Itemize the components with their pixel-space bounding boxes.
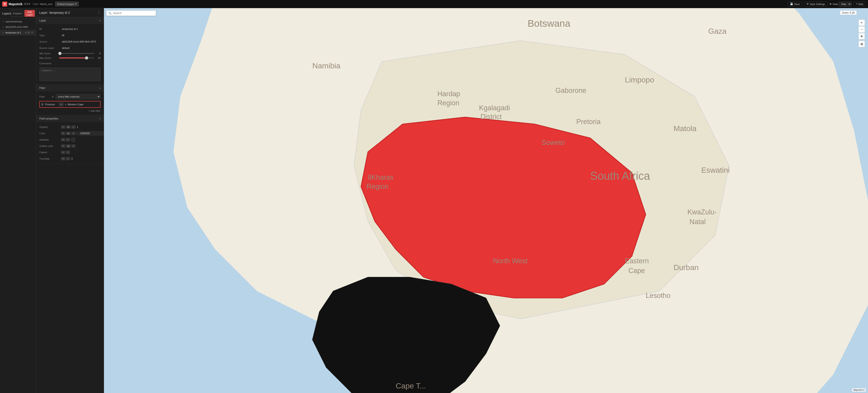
opacity-expr-button[interactable]: ▦ (66, 125, 71, 129)
translate-label: Translate (39, 157, 60, 160)
min-zoom-thumb[interactable] (58, 52, 61, 55)
translate-fx-button[interactable]: fx (61, 157, 65, 160)
pattern-zoom-button[interactable]: Σ (66, 151, 70, 154)
outline-fx-button[interactable]: fx (61, 144, 65, 148)
delete-filter-icon[interactable]: 🗑 (41, 103, 44, 106)
filter-match-select[interactable]: every filter matches any filter matches (56, 94, 101, 99)
visible-icon[interactable]: 👁 (31, 31, 34, 34)
translate-zoom-button[interactable]: Σ (66, 157, 70, 160)
antialias-checkbox[interactable] (71, 138, 75, 141)
color-swatch[interactable] (77, 132, 77, 135)
app-version: v2.0.0 (24, 3, 30, 5)
map-area[interactable]: Botswana Namibia Limpopo South Africa Ea… (104, 8, 868, 393)
compass-button[interactable]: ⊕ (859, 33, 865, 39)
add-filter-button[interactable]: + Add filter (36, 109, 104, 113)
plus-icon: + (88, 110, 90, 112)
paint-section-arrow: ▾ (99, 117, 101, 120)
layer-type-button[interactable]: Default polygon ▾ (55, 2, 79, 6)
svg-text:Kgalagadi: Kgalagadi (479, 104, 510, 112)
search-input[interactable] (113, 11, 154, 15)
svg-text:Namibia: Namibia (312, 61, 340, 70)
comments-textarea[interactable] (39, 67, 101, 81)
sidebar-actions: Expand Add Layer (11, 10, 35, 17)
opacity-zoom-button[interactable]: Σ (71, 125, 75, 129)
expand-button[interactable]: Expand (11, 10, 24, 17)
filter-section-body: Filter fx every filter matches any filte… (36, 91, 104, 115)
type-row: Type fill (36, 32, 104, 38)
svg-text:Lesotho: Lesotho (646, 291, 671, 300)
svg-text:District: District (480, 113, 502, 121)
view-select[interactable]: Map (839, 2, 851, 6)
svg-text:IlKharas: IlKharas (368, 173, 394, 181)
search-icon: 🔍 (108, 11, 112, 15)
outline-expr-button[interactable]: ▦ (66, 144, 71, 148)
duplicate-icon[interactable]: ⧉ (25, 31, 27, 34)
save-label: Save (794, 3, 800, 5)
max-zoom-label: Max Zoom (39, 57, 57, 59)
layer-item-label: temporary id 1 (5, 31, 21, 34)
topbar-right: 💾 Save ⚙ Style Settings 👁 View Map ? Hel… (787, 2, 866, 6)
source-row: Source a8d1264f-cb1d-485f-8fc6-2973 (36, 38, 104, 45)
reset-north-button[interactable]: ⊕ (859, 41, 865, 47)
paint-section-body: Opacity fx ▦ Σ 1 Color fx ▦ Σ (36, 122, 104, 164)
save-icon: 💾 (790, 2, 793, 5)
color-expr-button[interactable]: ▦ (66, 132, 71, 135)
translate-row: Translate fx Σ 0 (36, 156, 104, 162)
color-fx-button[interactable]: fx (61, 132, 65, 135)
svg-text:South Africa: South Africa (590, 170, 650, 182)
layer-item-actions: ⧉ 🗑 👁 (25, 31, 34, 34)
save-button[interactable]: 💾 Save (787, 2, 802, 6)
min-zoom-row: Min Zoom 0 (36, 51, 104, 56)
color-input[interactable] (79, 131, 104, 135)
opacity-row: Opacity fx ▦ Σ 1 (36, 124, 104, 130)
filter-field-value: Province (45, 103, 57, 106)
zoom-out-button[interactable]: − (859, 26, 865, 33)
maplibre-link[interactable]: MapLibre (854, 389, 863, 391)
sidebar-item-temporary-id-1[interactable]: ◇ temporary id 1 ⧉ 🗑 👁 (0, 30, 36, 35)
source-label: Source (39, 40, 62, 43)
zoom-in-button[interactable]: + (859, 20, 865, 26)
pattern-fx-button[interactable]: fx (61, 151, 65, 154)
color-zoom-button[interactable]: Σ (71, 132, 75, 135)
paint-section: Paint properties ▾ Opacity fx ▦ Σ 1 Colo… (36, 115, 104, 164)
sidebar-item-openstreetmap[interactable]: ◇ openstreetmap (0, 19, 36, 24)
panel: Layer: 'temporary id 1' ⋮ Layer ▾ ID tem… (36, 8, 104, 393)
panel-menu-button[interactable]: ⋮ (97, 10, 101, 15)
id-value: temporary id 1 (62, 28, 101, 30)
layer-section-title: Layer (39, 19, 46, 22)
antialias-row: Antialias fx Σ (36, 137, 104, 143)
paint-section-header[interactable]: Paint properties ▾ (36, 115, 104, 122)
layer-section-header[interactable]: Layer ▾ (36, 17, 104, 24)
color-label: Color (39, 132, 60, 135)
antialias-zoom-button[interactable]: Σ (66, 138, 70, 141)
layer-visibility-icon: ◇ (2, 20, 4, 23)
opacity-value: 1 (77, 125, 78, 129)
filter-value-input[interactable] (68, 103, 99, 106)
svg-text:Pretoria: Pretoria (576, 118, 600, 125)
source-layer-value: default (62, 47, 101, 49)
help-button[interactable]: ? Help (853, 2, 866, 6)
map-attribution[interactable]: MapLibre ℹ (852, 388, 866, 392)
add-layer-button[interactable]: Add Layer (24, 10, 35, 17)
style-settings-button[interactable]: ⚙ Style Settings (804, 2, 827, 6)
opacity-fx-button[interactable]: fx (61, 125, 65, 129)
outline-zoom-button[interactable]: Σ (71, 144, 75, 148)
delete-icon[interactable]: 🗑 (28, 31, 30, 34)
filter-section-header[interactable]: Filter ▾ (36, 85, 104, 91)
min-zoom-track[interactable] (59, 53, 94, 54)
antialias-fx-button[interactable]: fx (61, 138, 65, 141)
antialias-icons: fx Σ (61, 138, 70, 141)
svg-text:Hardap: Hardap (437, 90, 460, 98)
gear-icon: ⚙ (807, 2, 809, 5)
filter-op-arrow[interactable]: ▾ (65, 103, 66, 106)
filter-section: Filter ▾ Filter fx every filter matches … (36, 85, 104, 115)
pattern-label: Pattern (39, 151, 60, 154)
max-zoom-thumb[interactable] (85, 56, 88, 59)
panel-title: Layer: 'temporary id 1' (39, 11, 70, 15)
translate-icons: fx Σ (61, 157, 70, 160)
layer-label: Layer (33, 3, 38, 5)
svg-text:Limpopo: Limpopo (625, 75, 654, 84)
app-name: Maputnik (8, 2, 22, 6)
sidebar-item-a8d1264f[interactable]: ◇ a8d1264f-cb1d-485f- (0, 24, 36, 30)
max-zoom-track[interactable] (59, 57, 94, 58)
